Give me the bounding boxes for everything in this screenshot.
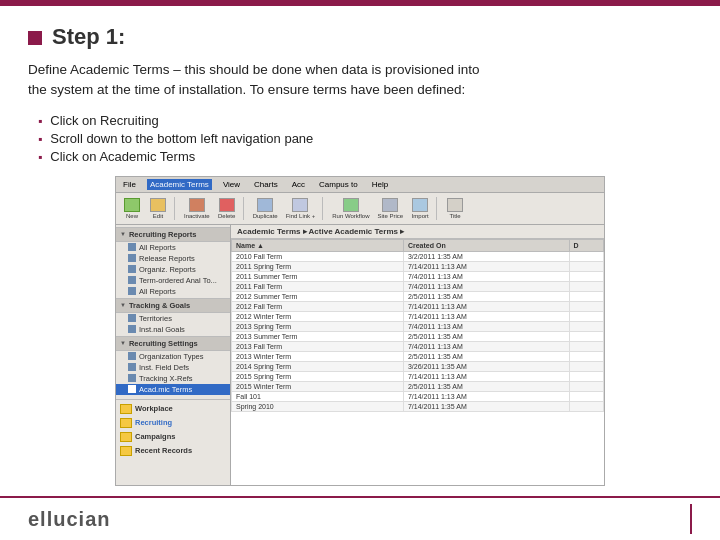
table-cell-8-0: 2013 Summer Term xyxy=(232,331,404,341)
table-row[interactable]: 2013 Winter Term2/5/2011 1:35 AM xyxy=(232,351,604,361)
table-cell-2-2 xyxy=(569,271,603,281)
nav-section-tracking: Tracking & Goals Territories Inst.nal Go… xyxy=(116,298,230,335)
nav-section-tracking-title[interactable]: Tracking & Goals xyxy=(116,298,230,313)
nav-folder-workplace[interactable]: Workplace xyxy=(116,402,230,416)
table-cell-11-2 xyxy=(569,361,603,371)
table-cell-14-0: Fall 101 xyxy=(232,391,404,401)
content-header: Academic Terms ▸ Active Academic Terms ▸ xyxy=(231,225,604,239)
table-cell-15-1: 7/14/2011 1:35 AM xyxy=(403,401,569,411)
table-row[interactable]: Spring 20107/14/2011 1:35 AM xyxy=(232,401,604,411)
nav-item-release-reports[interactable]: Release Reports xyxy=(116,253,230,264)
main-content: Step 1: Define Academic Terms – this sho… xyxy=(0,6,720,486)
nav-section-settings-title[interactable]: Recruiting Settings xyxy=(116,336,230,351)
menu-acc[interactable]: Acc xyxy=(289,179,308,190)
table-cell-7-1: 7/4/2011 1:13 AM xyxy=(403,321,569,331)
menu-help[interactable]: Help xyxy=(369,179,391,190)
col-name[interactable]: Name ▲ xyxy=(232,239,404,251)
step-title: Step 1: xyxy=(52,24,125,50)
table-cell-12-0: 2015 Spring Term xyxy=(232,371,404,381)
toolbar-site-btn[interactable]: Site Price xyxy=(374,197,406,220)
table-cell-7-0: 2013 Spring Term xyxy=(232,321,404,331)
table-cell-4-0: 2012 Summer Term xyxy=(232,291,404,301)
table-cell-2-1: 7/4/2011 1:13 AM xyxy=(403,271,569,281)
nav-item-all-reports-1[interactable]: All Reports xyxy=(116,242,230,253)
content-area: Academic Terms ▸ Active Academic Terms ▸… xyxy=(231,225,604,485)
table-row[interactable]: 2013 Spring Term7/4/2011 1:13 AM xyxy=(232,321,604,331)
nav-item-org-reports[interactable]: Organiz. Reports xyxy=(116,264,230,275)
nav-item-tracking-xrefs[interactable]: Tracking X-Refs xyxy=(116,373,230,384)
col-d[interactable]: D xyxy=(569,239,603,251)
nav-item-org-types[interactable]: Organization Types xyxy=(116,351,230,362)
table-cell-6-1: 7/14/2011 1:13 AM xyxy=(403,311,569,321)
table-cell-15-0: Spring 2010 xyxy=(232,401,404,411)
table-cell-10-1: 2/5/2011 1:35 AM xyxy=(403,351,569,361)
table-row[interactable]: 2012 Summer Term2/5/2011 1:35 AM xyxy=(232,291,604,301)
nav-item-territories[interactable]: Territories xyxy=(116,313,230,324)
toolbar-delete-btn[interactable]: Delete xyxy=(215,197,239,220)
col-created-on[interactable]: Created On xyxy=(403,239,569,251)
table-cell-11-0: 2014 Spring Term xyxy=(232,361,404,371)
app-body: Recruiting Reports All Reports Release R… xyxy=(116,225,604,485)
table-cell-7-2 xyxy=(569,321,603,331)
table-row[interactable]: 2013 Fall Term7/4/2011 1:13 AM xyxy=(232,341,604,351)
table-cell-0-2 xyxy=(569,251,603,261)
instruction-list: Click on Recruiting Scroll down to the b… xyxy=(28,113,692,164)
menu-charts[interactable]: Charts xyxy=(251,179,281,190)
table-row[interactable]: 2015 Winter Term2/5/2011 1:35 AM xyxy=(232,381,604,391)
toolbar-import-btn[interactable]: Import xyxy=(408,197,432,220)
footer-logo: ellucian xyxy=(28,508,110,531)
nav-folder-recruiting[interactable]: Recruiting xyxy=(116,416,230,430)
table-wrapper[interactable]: Name ▲ Created On D 2010 Fall Term3/2/20… xyxy=(231,239,604,485)
table-cell-11-1: 3/26/2011 1:35 AM xyxy=(403,361,569,371)
menu-campus-to[interactable]: Campus to xyxy=(316,179,361,190)
toolbar-group-4: Run Workflow Site Price Import xyxy=(329,197,437,220)
table-cell-3-1: 7/4/2011 1:13 AM xyxy=(403,281,569,291)
table-cell-14-1: 7/14/2011 1:13 AM xyxy=(403,391,569,401)
table-row[interactable]: 2013 Summer Term2/5/2011 1:35 AM xyxy=(232,331,604,341)
toolbar-title-btn[interactable]: Title xyxy=(443,197,467,220)
nav-item-instl-goals[interactable]: Inst.nal Goals xyxy=(116,324,230,335)
table-row[interactable]: 2010 Fall Term3/2/2011 1:35 AM xyxy=(232,251,604,261)
nav-folder-recent[interactable]: Recent Records xyxy=(116,444,230,458)
toolbar-run-btn[interactable]: Run Workflow xyxy=(329,197,372,220)
table-row[interactable]: Fall 1017/14/2011 1:13 AM xyxy=(232,391,604,401)
menu-academic-terms[interactable]: Academic Terms xyxy=(147,179,212,190)
table-row[interactable]: 2011 Spring Term7/14/2011 1:13 AM xyxy=(232,261,604,271)
menu-file[interactable]: File xyxy=(120,179,139,190)
table-cell-2-0: 2011 Summer Term xyxy=(232,271,404,281)
toolbar-findlink-btn[interactable]: Find Link + xyxy=(283,197,319,220)
table-row[interactable]: 2015 Spring Term7/14/2011 1:13 AM xyxy=(232,371,604,381)
table-cell-12-1: 7/14/2011 1:13 AM xyxy=(403,371,569,381)
menu-view[interactable]: View xyxy=(220,179,243,190)
toolbar-group-2: Inactivate Delete xyxy=(181,197,244,220)
academic-terms-table: Name ▲ Created On D 2010 Fall Term3/2/20… xyxy=(231,239,604,412)
toolbar-group-1: New Edit xyxy=(120,197,175,220)
toolbar-duplicate-btn[interactable]: Duplicate xyxy=(250,197,281,220)
table-cell-10-0: 2013 Winter Term xyxy=(232,351,404,361)
table-row[interactable]: 2014 Spring Term3/26/2011 1:35 AM xyxy=(232,361,604,371)
nav-item-all-reports-2[interactable]: All Reports xyxy=(116,286,230,297)
nav-item-inst-field-defs[interactable]: Inst. Field Defs xyxy=(116,362,230,373)
nav-item-term-reports[interactable]: Term-ordered Anal To... xyxy=(116,275,230,286)
nav-item-acad-terms[interactable]: Acad.mic Terms xyxy=(116,384,230,395)
table-cell-3-0: 2011 Fall Term xyxy=(232,281,404,291)
footer-divider xyxy=(690,504,692,534)
table-row[interactable]: 2011 Summer Term7/4/2011 1:13 AM xyxy=(232,271,604,281)
toolbar-edit-btn[interactable]: Edit xyxy=(146,197,170,220)
toolbar-group-3: Duplicate Find Link + xyxy=(250,197,324,220)
table-cell-15-2 xyxy=(569,401,603,411)
table-row[interactable]: 2012 Winter Term7/14/2011 1:13 AM xyxy=(232,311,604,321)
table-cell-10-2 xyxy=(569,351,603,361)
nav-folder-campaigns[interactable]: Campaigns xyxy=(116,430,230,444)
table-cell-4-2 xyxy=(569,291,603,301)
toolbar-inactivate-btn[interactable]: Inactivate xyxy=(181,197,213,220)
table-row[interactable]: 2011 Fall Term7/4/2011 1:13 AM xyxy=(232,281,604,291)
nav-section-reports-title[interactable]: Recruiting Reports xyxy=(116,227,230,242)
table-cell-13-0: 2015 Winter Term xyxy=(232,381,404,391)
table-cell-6-2 xyxy=(569,311,603,321)
table-cell-9-2 xyxy=(569,341,603,351)
table-cell-9-1: 7/4/2011 1:13 AM xyxy=(403,341,569,351)
toolbar-new-btn[interactable]: New xyxy=(120,197,144,220)
table-cell-0-1: 3/2/2011 1:35 AM xyxy=(403,251,569,261)
table-row[interactable]: 2012 Fall Term7/14/2011 1:13 AM xyxy=(232,301,604,311)
